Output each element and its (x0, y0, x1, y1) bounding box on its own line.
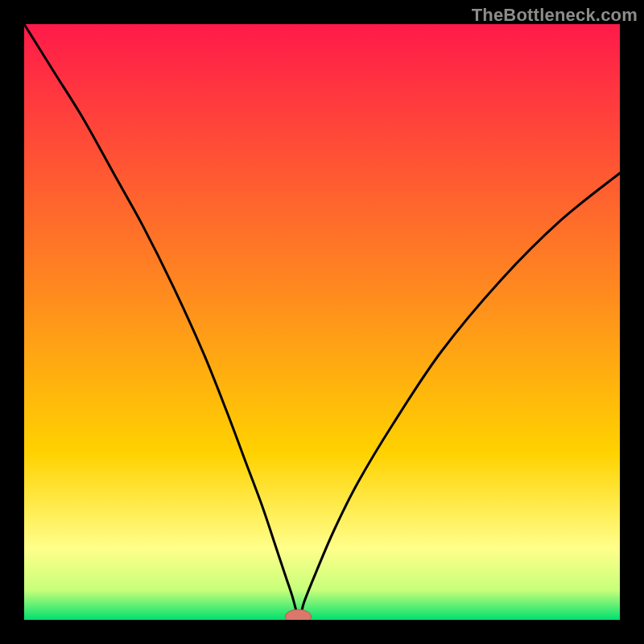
watermark-text: TheBottleneck.com (472, 5, 638, 26)
gradient-background (24, 24, 620, 620)
plot-area (24, 24, 620, 620)
chart-frame: TheBottleneck.com (0, 0, 644, 644)
bottleneck-chart (24, 24, 620, 620)
